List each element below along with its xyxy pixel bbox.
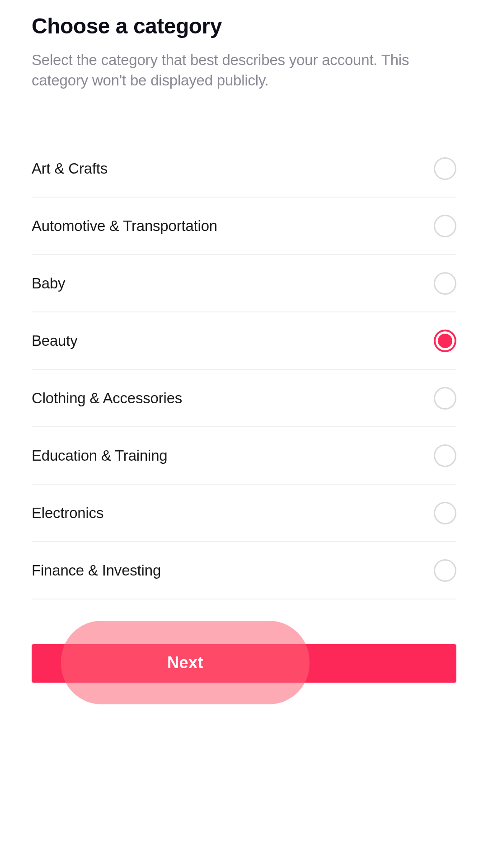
category-label: Education & Training [32,447,168,464]
category-label: Automotive & Transportation [32,217,217,235]
radio-unselected-icon[interactable] [434,272,456,295]
category-row[interactable]: Finance & Investing [32,542,456,599]
radio-unselected-icon[interactable] [434,444,456,467]
category-label: Clothing & Accessories [32,390,182,407]
category-row[interactable]: Beauty [32,312,456,370]
next-button[interactable]: Next [61,621,310,704]
page-subtitle: Select the category that best describes … [32,50,456,90]
radio-unselected-icon[interactable] [434,215,456,237]
radio-unselected-icon[interactable] [434,387,456,410]
category-label: Art & Crafts [32,160,108,177]
category-row[interactable]: Automotive & Transportation [32,198,456,255]
radio-unselected-icon[interactable] [434,559,456,582]
category-label: Beauty [32,332,78,349]
category-label: Electronics [32,505,103,522]
next-button-label: Next [167,653,203,672]
category-row[interactable]: Art & Crafts [32,140,456,198]
category-row[interactable]: Electronics [32,485,456,542]
page-title: Choose a category [32,14,456,38]
category-label: Finance & Investing [32,562,161,579]
category-row[interactable]: Education & Training [32,427,456,485]
radio-unselected-icon[interactable] [434,157,456,180]
category-row[interactable]: Baby [32,255,456,312]
category-label: Baby [32,275,65,292]
category-row[interactable]: Clothing & Accessories [32,370,456,427]
category-list: Art & CraftsAutomotive & TransportationB… [32,140,456,599]
radio-unselected-icon[interactable] [434,502,456,524]
radio-selected-icon[interactable] [434,330,456,352]
